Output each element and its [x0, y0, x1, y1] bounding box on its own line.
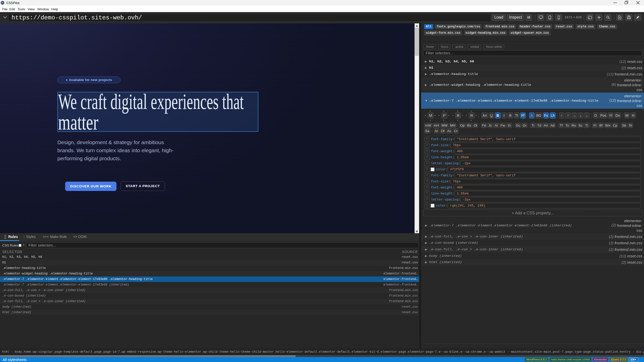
svg-text:matter: matter: [58, 110, 98, 133]
